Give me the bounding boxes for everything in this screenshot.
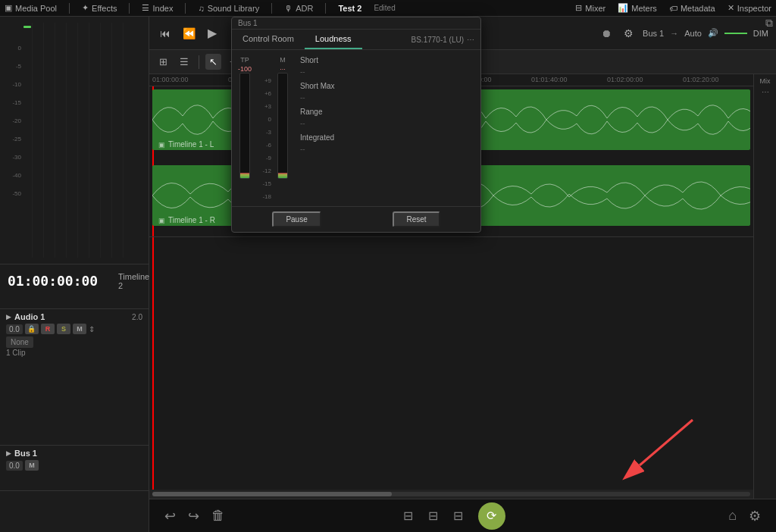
- grid-view-btn[interactable]: ⊞: [155, 54, 171, 70]
- mixer-label: Mixer: [585, 4, 605, 13]
- audio1-track-name: Audio 1: [14, 312, 45, 321]
- range-row: Range: [300, 108, 474, 116]
- bottom-center-controls: ⊟ ⊟ ⊟ ⟳: [403, 502, 551, 530]
- adr-label: ADR: [296, 4, 313, 13]
- mute-btn-b1[interactable]: M: [25, 460, 39, 471]
- delete-btn[interactable]: 🗑: [211, 508, 225, 524]
- index-label: Index: [152, 4, 173, 13]
- fader-strip-1[interactable]: [33, 23, 44, 258]
- test2-label: Test 2: [338, 4, 361, 13]
- nav-inspector[interactable]: ✕ Inspector: [728, 3, 771, 13]
- bottom-right-controls: ⌂ ⚙: [728, 508, 761, 524]
- fader-strip-0[interactable]: [22, 23, 33, 258]
- pause-btn[interactable]: Pause: [272, 211, 321, 227]
- fader-strip-2[interactable]: [45, 23, 55, 258]
- tab-control-room[interactable]: Control Room: [232, 30, 305, 49]
- scrollbar-thumb[interactable]: [152, 492, 392, 496]
- settings-btn[interactable]: ⚙: [621, 26, 637, 41]
- meter-scale: +9 +6 +3 0 -3 -6 -9 -12 -15 -18: [258, 56, 271, 200]
- nav-separator-4: [271, 3, 272, 14]
- short-max-row: Short Max: [300, 82, 474, 90]
- horizontal-scrollbar[interactable]: [149, 490, 753, 499]
- fader-strip-5[interactable]: [79, 23, 89, 258]
- fader-strip-3[interactable]: [56, 23, 67, 258]
- short-value-row: --: [300, 67, 474, 76]
- undo-btn[interactable]: ↩: [164, 508, 176, 524]
- mute-btn-a1[interactable]: M: [73, 324, 86, 334]
- list-view-btn[interactable]: ☰: [176, 54, 192, 70]
- short-max-value: --: [300, 93, 305, 102]
- tab-loudness[interactable]: Loudness: [305, 30, 362, 49]
- mixer-icon: ⊟: [575, 3, 582, 13]
- metadata-icon: 🏷: [669, 4, 677, 13]
- m-meter-bar: [277, 73, 288, 179]
- red-arrow-annotation: [617, 405, 708, 482]
- nav-metadata[interactable]: 🏷 Metadata: [669, 4, 715, 13]
- record-btn-a1[interactable]: R: [41, 324, 55, 334]
- tp-value: -100: [238, 65, 252, 73]
- settings-bottom-btn[interactable]: ⚙: [749, 508, 761, 524]
- meters-icon: 📊: [618, 3, 628, 13]
- pip-btn[interactable]: ⧉: [765, 17, 773, 30]
- audio1-track-header: ▶ Audio 1 2.0 0.0 🔒 R S M ⇕ None 1 Clip: [0, 309, 149, 446]
- toolbar-sep-1: [199, 55, 199, 69]
- track-L-label-overlay: ▣ Timeline 1 - L: [158, 140, 214, 149]
- range-label: Range: [300, 108, 322, 116]
- nav-mixer[interactable]: ⊟ Mixer: [575, 3, 605, 13]
- nav-sound-library[interactable]: ♫ Sound Library: [198, 4, 259, 13]
- redo-btn[interactable]: ↪: [188, 508, 199, 524]
- m-meter-fill: [278, 173, 287, 178]
- integrated-value: --: [300, 145, 305, 153]
- solo-btn-a1[interactable]: S: [57, 324, 70, 334]
- nav-effects[interactable]: ✦ Effects: [82, 3, 117, 13]
- fairlight-icon[interactable]: ⟳: [478, 502, 505, 530]
- nav-separator-2: [129, 3, 130, 14]
- lock-btn-a1[interactable]: 🔒: [25, 324, 39, 334]
- ruler-mark-7: 01:02:20:00: [683, 76, 719, 83]
- nav-separator-1: [69, 3, 70, 14]
- go-to-start-btn[interactable]: ⏮: [157, 26, 174, 41]
- panel-bus-label: Bus 1: [232, 17, 480, 30]
- effects-icon: ✦: [82, 3, 89, 13]
- play-icon-a1: ▶: [6, 313, 11, 321]
- clip-btn[interactable]: ⊟: [403, 509, 413, 523]
- range-value: --: [300, 119, 305, 127]
- transport-bar: 01:00:00:00 Timeline 2: [0, 264, 149, 297]
- nav-media-pool[interactable]: ▣ Media Pool: [5, 3, 57, 13]
- nav-meters[interactable]: 📊 Meters: [618, 3, 657, 13]
- select-tool-btn[interactable]: ↖: [205, 54, 221, 70]
- fairlight-logo: ⟳: [487, 509, 496, 523]
- reset-btn[interactable]: Reset: [393, 211, 440, 227]
- sound-library-icon: ♫: [198, 4, 204, 13]
- track-headers-panel: ▶ Audio 1 2.0 0.0 🔒 R S M ⇕ None 1 Clip: [0, 297, 149, 532]
- step-back-btn[interactable]: ⏪: [180, 26, 199, 41]
- expand-btn-a1[interactable]: ⇕: [89, 325, 95, 333]
- volume-slider[interactable]: [724, 33, 747, 34]
- fx-btn[interactable]: ⊟: [453, 509, 463, 523]
- nav-separator-5: [325, 3, 326, 14]
- none-selector-a1[interactable]: None: [6, 336, 33, 348]
- fader-strip-7[interactable]: [102, 23, 112, 258]
- nav-test2[interactable]: Test 2: [338, 4, 361, 13]
- tp-meter-bar: [239, 73, 250, 179]
- auto-display: Auto: [684, 29, 702, 38]
- home-btn[interactable]: ⌂: [728, 508, 737, 524]
- audio1-volume[interactable]: 0.0: [6, 324, 23, 334]
- bus1-volume[interactable]: 0.0: [6, 461, 23, 471]
- record2-btn[interactable]: ⏺: [598, 26, 615, 41]
- mix-options-icon[interactable]: ⋯: [762, 88, 769, 96]
- bus1-track-name: Bus 1: [14, 449, 37, 458]
- fader-strip-4[interactable]: [67, 23, 78, 258]
- nav-adr[interactable]: 🎙 ADR: [284, 4, 313, 13]
- short-value: --: [300, 67, 305, 76]
- timecode-display: 01:00:00:00: [8, 273, 106, 289]
- nav-index[interactable]: ☰ Index: [142, 3, 173, 13]
- scrollbar-track[interactable]: [152, 492, 750, 496]
- media-pool-icon: ▣: [5, 3, 12, 13]
- fader-strip-6[interactable]: [90, 23, 101, 258]
- mixer-btn[interactable]: ⊟: [428, 509, 438, 523]
- track-R-label-overlay: ▣ Timeline 1 - R: [158, 216, 215, 224]
- bus1-track-area: [149, 236, 753, 282]
- play-btn[interactable]: ▶: [205, 24, 220, 42]
- fader-strip-8[interactable]: [113, 23, 124, 258]
